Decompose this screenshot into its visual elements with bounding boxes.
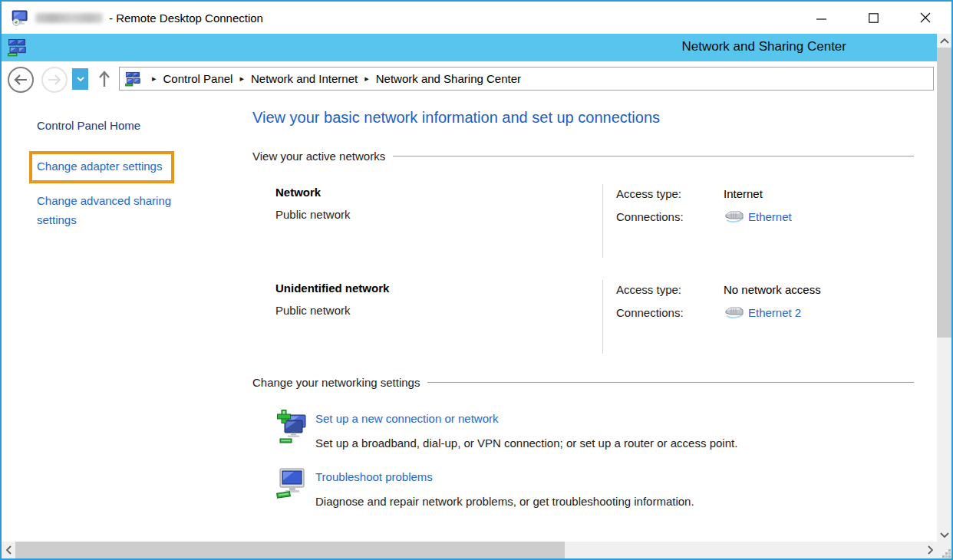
active-networks-section-header: View your active networks [252,150,914,163]
networking-settings-list: Set up a new connection or network Set u… [275,407,914,508]
rdp-window: - Remote Desktop Connection [0,0,953,560]
network-sharing-center-icon [125,71,140,87]
active-networks-list: Network Public network Access type: Inte… [275,184,914,354]
sidebar-item-control-panel-home[interactable]: Control Panel Home [37,119,249,132]
up-arrow-icon [98,71,110,87]
annotation-highlight-box: Change adapter settings [29,151,174,183]
maximize-button[interactable] [847,2,899,34]
forward-button[interactable] [41,67,68,93]
sidebar-item-change-adapter-settings[interactable]: Change adapter settings [37,160,162,173]
troubleshoot-icon [275,466,308,508]
breadcrumb-separator: ▸ [152,74,157,84]
network-row: Network Public network Access type: Inte… [275,184,914,258]
up-button[interactable] [94,68,115,90]
scroll-left-button[interactable] [2,542,15,558]
chevron-up-icon [940,38,949,44]
page-title: View your basic network information and … [252,109,914,127]
connection-link-ethernet[interactable]: Ethernet [748,210,792,223]
scroll-up-button[interactable] [937,34,951,48]
network-row: Unidentified network Public network Acce… [275,280,914,354]
remote-session-area: Network and Sharing Center [2,34,951,558]
breadcrumb-separator: ▸ [239,74,244,84]
app-title: Network and Sharing Center [681,39,846,54]
networking-settings-label: Change your networking settings [252,376,420,389]
section-divider [427,382,914,383]
back-button[interactable] [8,67,34,93]
network-profile: Public network [275,208,602,221]
access-type-value: No network access [724,283,821,296]
window-controls [795,2,951,34]
close-icon [920,12,931,23]
connections-label: Connections: [616,210,724,223]
chevron-left-icon [6,545,12,555]
minimize-button[interactable] [795,2,847,34]
network-profile: Public network [275,304,602,317]
rdp-icon [11,8,29,27]
maximize-icon [869,13,879,23]
minimize-icon [816,13,826,23]
network-name: Network [275,186,602,199]
navigation-bar: ▸ Control Panel ▸ Network and Internet ▸… [2,61,937,96]
section-divider [393,156,914,156]
chevron-right-icon [928,545,933,555]
breadcrumb-control-panel[interactable]: Control Panel [163,72,233,85]
network-name: Unidentified network [275,282,602,295]
recent-pages-dropdown[interactable] [72,68,88,90]
access-type-label: Access type: [616,283,724,296]
list-item: Troubleshoot problems Diagnose and repai… [275,466,914,508]
breadcrumb-network-sharing-center[interactable]: Network and Sharing Center [376,72,521,85]
scroll-right-button[interactable] [923,542,937,558]
chevron-down-icon [77,77,84,81]
active-networks-label: View your active networks [252,150,385,163]
access-type-label: Access type: [616,187,724,200]
resize-grip[interactable] [937,542,951,558]
titlebar: - Remote Desktop Connection [2,2,951,34]
list-item: Set up a new connection or network Set u… [275,407,914,450]
sidebar-item-change-advanced-sharing-settings[interactable]: Change advanced sharing settings [37,191,200,229]
horizontal-scrollbar[interactable] [2,542,937,558]
vertical-scrollbar[interactable] [937,34,951,542]
back-arrow-icon [14,74,28,85]
troubleshoot-problems-description: Diagnose and repair network problems, or… [315,495,694,508]
forward-arrow-icon [48,74,61,85]
vertical-scroll-thumb[interactable] [937,48,951,338]
new-connection-icon [275,407,308,450]
access-type-value: Internet [724,187,763,200]
setup-new-connection-description: Set up a broadband, dial-up, or VPN conn… [315,436,737,450]
networking-settings-section-header: Change your networking settings [252,376,914,389]
troubleshoot-problems-link[interactable]: Troubleshoot problems [315,470,433,483]
window-title: - Remote Desktop Connection [109,12,263,25]
resize-grip-icon [941,548,951,558]
ethernet-connector-icon [724,210,744,223]
breadcrumb-network-and-internet[interactable]: Network and Internet [251,72,358,85]
breadcrumb: ▸ Control Panel ▸ Network and Internet ▸… [119,67,934,91]
scroll-down-button[interactable] [937,528,951,542]
main-panel: View your basic network information and … [252,96,914,524]
connection-link-ethernet-2[interactable]: Ethernet 2 [748,306,801,319]
setup-new-connection-link[interactable]: Set up a new connection or network [315,412,498,425]
app-header: Network and Sharing Center [2,34,937,61]
network-sharing-center-icon [8,38,26,57]
breadcrumb-separator: ▸ [364,74,369,84]
connections-label: Connections: [616,306,724,319]
ethernet-connector-icon [724,306,744,319]
sidebar: Control Panel Home Change adapter settin… [2,96,249,229]
redacted-address [35,13,103,23]
horizontal-scroll-thumb[interactable] [15,542,565,558]
close-button[interactable] [899,2,951,34]
chevron-down-icon [940,532,949,538]
content-area: Control Panel Home Change adapter settin… [2,96,937,542]
